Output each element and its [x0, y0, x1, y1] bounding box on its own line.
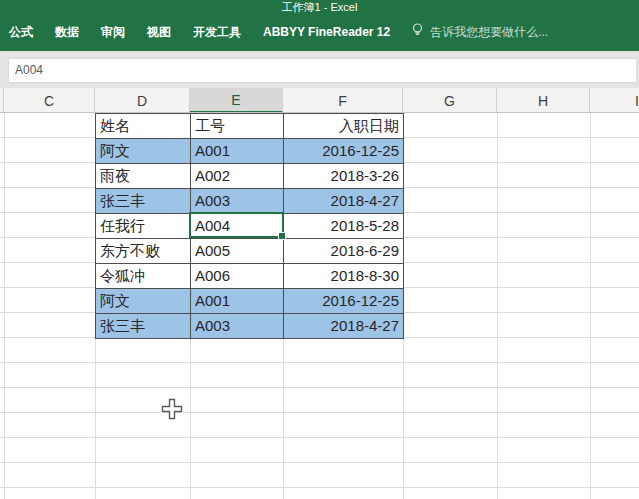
cell[interactable]: 工号: [191, 114, 284, 139]
cell[interactable]: 任我行: [96, 214, 191, 239]
cell[interactable]: A003: [191, 189, 284, 214]
ribbon-tab-公式[interactable]: 公式: [9, 24, 33, 41]
column-header-D[interactable]: D: [95, 88, 190, 113]
cell[interactable]: A006: [191, 264, 284, 289]
cell[interactable]: A002: [191, 164, 284, 189]
column-header-E[interactable]: E: [190, 88, 283, 113]
cell[interactable]: 2016-12-25: [284, 139, 404, 164]
formula-bar-input[interactable]: A004: [8, 58, 637, 83]
column-header-C[interactable]: C: [4, 88, 95, 113]
cell[interactable]: 2018-3-26: [284, 164, 404, 189]
table-row-5: 令狐冲A0062018-8-30: [96, 264, 404, 289]
column-header-row: CDEFGHI: [0, 88, 639, 113]
cell[interactable]: A001: [191, 289, 284, 314]
column-header-G[interactable]: G: [403, 88, 497, 113]
ribbon-tab-数据[interactable]: 数据: [55, 24, 79, 41]
lightbulb-icon: [412, 23, 423, 41]
window-title: 工作簿1 - Excel: [0, 0, 639, 13]
cell[interactable]: 2018-8-30: [284, 264, 404, 289]
ribbon-tab-审阅[interactable]: 审阅: [101, 24, 125, 41]
table-row-6: 阿文A0012016-12-25: [96, 289, 404, 314]
cell[interactable]: 2018-6-29: [284, 239, 404, 264]
tell-me-box[interactable]: 告诉我您想要做什么...: [412, 23, 548, 41]
table-row-2: 张三丰A0032018-4-27: [96, 189, 404, 214]
table-row-0: 阿文A0012016-12-25: [96, 139, 404, 164]
data-table: 姓名工号入职日期阿文A0012016-12-25雨夜A0022018-3-26张…: [95, 113, 404, 339]
cell[interactable]: 入职日期: [284, 114, 404, 139]
table-row-4: 东方不败A0052018-6-29: [96, 239, 404, 264]
table-row-3: 任我行A0042018-5-28: [96, 214, 404, 239]
cell[interactable]: A005: [191, 239, 284, 264]
table-row-header: 姓名工号入职日期: [96, 114, 404, 139]
cell[interactable]: 2018-4-27: [284, 189, 404, 214]
ribbon-tab-开发工具[interactable]: 开发工具: [193, 24, 241, 41]
tell-me-label: 告诉我您想要做什么...: [430, 24, 548, 41]
cell[interactable]: 东方不败: [96, 239, 191, 264]
fill-handle[interactable]: [278, 232, 286, 240]
table-row-7: 张三丰A0032018-4-27: [96, 314, 404, 339]
ribbon-tab-视图[interactable]: 视图: [147, 24, 171, 41]
cell[interactable]: 2018-4-27: [284, 314, 404, 339]
cell[interactable]: 姓名: [96, 114, 191, 139]
cell-cursor-icon: [161, 398, 183, 424]
cell[interactable]: 2016-12-25: [284, 289, 404, 314]
table-row-1: 雨夜A0022018-3-26: [96, 164, 404, 189]
cell[interactable]: 雨夜: [96, 164, 191, 189]
cell[interactable]: 阿文: [96, 139, 191, 164]
column-header-I[interactable]: I: [590, 88, 639, 113]
cell[interactable]: 令狐冲: [96, 264, 191, 289]
sheet-grid[interactable]: 姓名工号入职日期阿文A0012016-12-25雨夜A0022018-3-26张…: [0, 113, 639, 499]
column-header-F[interactable]: F: [283, 88, 403, 113]
cell[interactable]: 2018-5-28: [284, 214, 404, 239]
ribbon-tab-ABBYY FineReader 12[interactable]: ABBYY FineReader 12: [263, 25, 390, 39]
cell[interactable]: 张三丰: [96, 314, 191, 339]
ribbon-tabs: 公式数据审阅视图开发工具ABBYY FineReader 12 告诉我您想要做什…: [0, 13, 639, 51]
cell[interactable]: A004: [191, 214, 284, 239]
cell[interactable]: A003: [191, 314, 284, 339]
formula-bar-strip: A004: [0, 51, 639, 88]
cell[interactable]: 阿文: [96, 289, 191, 314]
cell[interactable]: 张三丰: [96, 189, 191, 214]
column-header-H[interactable]: H: [497, 88, 590, 113]
cell[interactable]: A001: [191, 139, 284, 164]
